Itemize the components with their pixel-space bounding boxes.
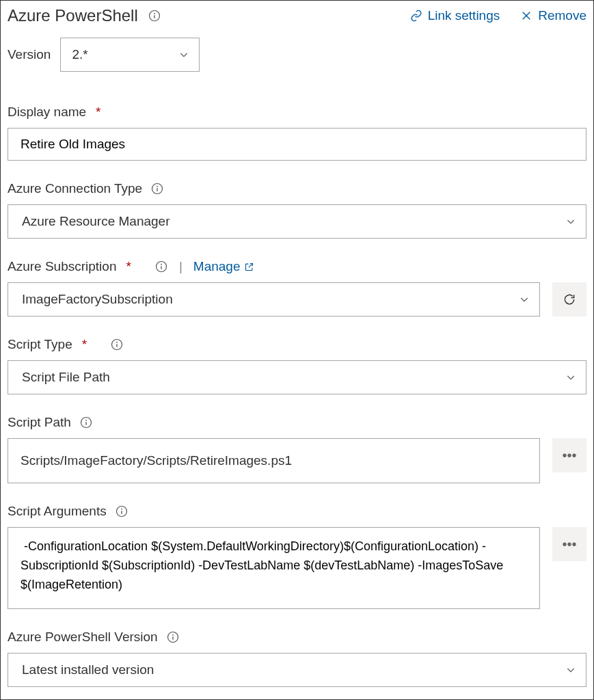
connection-type-field: Azure Connection Type Azure Resource Man… <box>8 181 586 239</box>
link-settings-label: Link settings <box>428 8 500 23</box>
display-name-field: Display name* <box>8 105 586 161</box>
subscription-field: Azure Subscription* | Manage ImageFactor… <box>8 259 586 317</box>
chevron-down-icon <box>565 372 576 383</box>
info-icon[interactable] <box>79 416 93 429</box>
version-value: 2.* <box>72 47 87 62</box>
link-icon <box>410 10 422 22</box>
script-args-input[interactable] <box>8 527 540 609</box>
display-name-label-row: Display name* <box>8 105 586 120</box>
ellipsis-icon: ••• <box>562 448 576 462</box>
script-path-field: Script Path Scripts/ImageFactory/Scripts… <box>8 415 586 483</box>
version-select[interactable]: 2.* <box>60 38 200 72</box>
info-icon[interactable] <box>110 338 124 351</box>
info-icon[interactable] <box>154 260 168 273</box>
script-path-row: Scripts/ImageFactory/Scripts/RetireImage… <box>8 438 586 483</box>
manage-link[interactable]: Manage <box>193 259 255 274</box>
script-path-input[interactable]: Scripts/ImageFactory/Scripts/RetireImage… <box>8 438 540 483</box>
close-icon <box>520 10 532 22</box>
chevron-down-icon <box>178 49 189 60</box>
info-icon[interactable] <box>150 182 164 196</box>
ps-version-value: Latest installed version <box>22 662 154 677</box>
ps-version-label: Azure PowerShell Version <box>8 630 158 645</box>
separator: | <box>179 259 183 274</box>
refresh-icon <box>563 293 576 306</box>
ps-version-field: Azure PowerShell Version Latest installe… <box>8 630 586 687</box>
task-panel: Azure PowerShell Link settings Remove Ve… <box>0 0 594 700</box>
version-row: Version 2.* <box>8 38 586 72</box>
info-icon[interactable] <box>166 630 180 644</box>
connection-type-value: Azure Resource Manager <box>22 214 170 229</box>
script-type-field: Script Type* Script File Path <box>8 337 586 394</box>
script-args-label: Script Arguments <box>8 504 107 519</box>
connection-type-label: Azure Connection Type <box>8 181 142 196</box>
script-path-label-row: Script Path <box>8 415 586 430</box>
script-path-label: Script Path <box>8 415 71 430</box>
svg-point-1 <box>154 13 155 14</box>
version-label: Version <box>8 47 51 62</box>
info-icon[interactable] <box>148 9 161 23</box>
script-path-value: Scripts/ImageFactory/Scripts/RetireImage… <box>21 453 292 468</box>
ps-version-label-row: Azure PowerShell Version <box>8 630 586 645</box>
script-args-row: ••• <box>8 527 586 609</box>
display-name-input[interactable] <box>8 128 586 161</box>
svg-point-21 <box>172 634 174 636</box>
info-icon[interactable] <box>115 504 129 518</box>
required-asterisk: * <box>82 337 87 352</box>
script-type-select[interactable]: Script File Path <box>8 360 586 394</box>
script-args-label-row: Script Arguments <box>8 504 586 519</box>
connection-type-select[interactable]: Azure Resource Manager <box>8 204 586 239</box>
remove-link[interactable]: Remove <box>520 8 586 23</box>
subscription-value: ImageFactorySubscription <box>22 292 173 307</box>
ps-version-select[interactable]: Latest installed version <box>8 653 586 687</box>
external-link-icon <box>244 262 254 272</box>
display-name-label: Display name <box>8 105 86 120</box>
svg-point-12 <box>116 342 118 343</box>
script-type-value: Script File Path <box>22 370 110 385</box>
subscription-label: Azure Subscription <box>8 259 116 274</box>
chevron-down-icon <box>565 664 576 675</box>
chevron-down-icon <box>519 294 530 305</box>
manage-label: Manage <box>193 259 241 274</box>
remove-label: Remove <box>538 8 586 23</box>
expand-button[interactable]: ••• <box>552 527 586 561</box>
refresh-button[interactable] <box>552 282 586 317</box>
task-title: Azure PowerShell <box>8 6 138 25</box>
browse-button[interactable]: ••• <box>552 438 586 472</box>
required-asterisk: * <box>126 259 131 274</box>
header-row: Azure PowerShell Link settings Remove <box>8 6 586 25</box>
chevron-down-icon <box>565 216 576 227</box>
connection-type-label-row: Azure Connection Type <box>8 181 586 196</box>
subscription-label-row: Azure Subscription* | Manage <box>8 259 586 274</box>
svg-point-6 <box>157 186 158 187</box>
script-type-label-row: Script Type* <box>8 337 586 352</box>
link-settings-link[interactable]: Link settings <box>410 8 500 23</box>
script-type-label: Script Type <box>8 337 72 352</box>
header-links: Link settings Remove <box>410 8 586 23</box>
required-asterisk: * <box>96 105 100 120</box>
script-args-field: Script Arguments ••• <box>8 504 586 609</box>
ellipsis-icon: ••• <box>562 537 576 551</box>
subscription-select[interactable]: ImageFactorySubscription <box>8 282 540 317</box>
svg-point-15 <box>85 420 87 421</box>
svg-point-9 <box>161 264 162 265</box>
svg-point-18 <box>121 509 122 510</box>
subscription-row: ImageFactorySubscription <box>8 282 586 317</box>
title-group: Azure PowerShell <box>8 6 161 25</box>
